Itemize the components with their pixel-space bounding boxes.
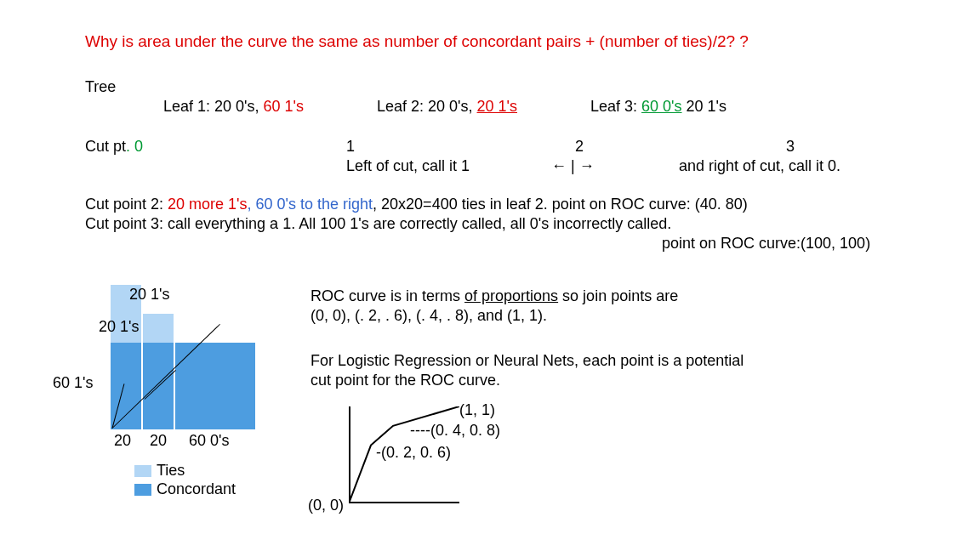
right-p2: (0, 0), (. 2, . 6), (. 4, . 8), and (1, … xyxy=(311,307,547,325)
para-cut3b: point on ROC curve:(100, 100) xyxy=(662,235,870,253)
diag-x-20b: 20 xyxy=(150,432,167,450)
cut-text-3: and right of cut, call it 0. xyxy=(679,157,840,175)
leaf1-black: Leaf 1: 20 0's, xyxy=(163,98,264,115)
cut-num-1: 1 xyxy=(346,138,355,156)
roc-lbl-26: -(0. 2, 0. 6) xyxy=(376,444,451,462)
para-cut2: Cut point 2: 20 more 1's, 60 0's to the … xyxy=(85,196,748,213)
cut-pt-black: Cut pt xyxy=(85,138,126,155)
leaf1: Leaf 1: 20 0's, 60 1's xyxy=(163,98,304,116)
right-p1b: of proportions xyxy=(464,287,558,304)
legend-ties-label: Ties xyxy=(157,462,185,479)
cut-pt: Cut pt. 0 xyxy=(85,138,143,156)
right-p3: For Logistic Regression or Neural Nets, … xyxy=(311,352,744,370)
diag-lbl-20b: 20 1's xyxy=(99,318,139,336)
para-cut3: Cut point 3: call everything a 1. All 10… xyxy=(85,215,671,233)
slide-title: Why is area under the curve the same as … xyxy=(85,32,749,51)
slide: Why is area under the curve the same as … xyxy=(0,0,980,551)
leaf2-black: Leaf 2: 20 0's, xyxy=(377,98,477,115)
para-cut2-d: , 20x20=400 ties in leaf 2. point on ROC… xyxy=(373,196,748,213)
para-cut2-a: Cut point 2: xyxy=(85,196,168,213)
cut-text-2: ← | → xyxy=(551,157,595,175)
leaf2-red: 20 1's xyxy=(477,98,517,115)
cut-num-2: 2 xyxy=(575,138,584,156)
para-cut2-c: , 60 0's to the right xyxy=(248,196,373,213)
tree-label: Tree xyxy=(85,78,116,96)
legend: Ties Concordant xyxy=(134,461,236,498)
legend-swatch-conc xyxy=(134,484,151,496)
right-p1: ROC curve is in terms of proportions so … xyxy=(311,287,678,305)
diag-x-60: 60 0's xyxy=(189,432,229,450)
concordance-diagram xyxy=(111,285,254,429)
para-cut2-b: 20 more 1's xyxy=(168,196,247,213)
cut-num-3: 3 xyxy=(786,138,795,156)
leaf3: Leaf 3: 60 0's 20 1's xyxy=(590,98,726,116)
legend-conc-label: Concordant xyxy=(157,480,236,497)
legend-swatch-ties xyxy=(134,465,151,477)
roc-lbl-00: (0, 0) xyxy=(308,497,344,514)
diag-lbl-60: 60 1's xyxy=(53,374,93,392)
leaf2: Leaf 2: 20 0's, 20 1's xyxy=(377,98,517,116)
leaf3-rest: 20 1's xyxy=(682,98,726,115)
leaf1-red: 60 1's xyxy=(264,98,304,115)
diag-lbl-20a: 20 1's xyxy=(129,286,169,304)
cut-text-1: Left of cut, call it 1 xyxy=(346,157,470,175)
diag-x-20a: 20 xyxy=(114,432,131,450)
roc-lbl-11: (1, 1) xyxy=(459,401,495,419)
roc-lbl-48: ----(0. 4, 0. 8) xyxy=(410,422,500,440)
right-p1a: ROC curve is in terms xyxy=(311,287,464,304)
right-p1c: so join points are xyxy=(558,287,678,304)
cut-pt-green: . 0 xyxy=(126,138,143,155)
right-p4: cut point for the ROC curve. xyxy=(311,372,500,389)
leaf3-black: Leaf 3: xyxy=(590,98,641,115)
leaf3-green: 60 0's xyxy=(641,98,681,115)
